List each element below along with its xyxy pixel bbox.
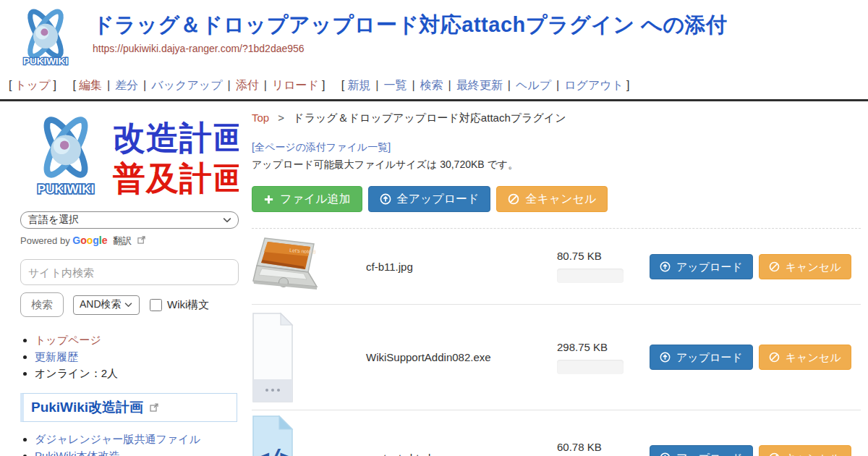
file-size: 80.75 KB: [557, 250, 634, 262]
search-button[interactable]: 検索: [20, 292, 64, 317]
list-item: PukiWiki本体改造: [35, 449, 239, 456]
sidebar-plugin-links: ダジャレンジャー版共通ファイル PukiWiki本体改造 PukiWikiテキス…: [20, 432, 239, 456]
top-navbar: [トップ] [編集|差分|バックアップ|添付|リロード] [新規|一覧|検索|最…: [0, 75, 868, 101]
file-row: Let's note B cf-b11.jpg 80.75 KB: [252, 228, 861, 304]
google-translate-attribution: Powered by Google 翻訳: [20, 235, 239, 248]
upload-circle-icon: [660, 452, 671, 456]
search-mode-select[interactable]: AND検索: [73, 295, 140, 315]
cancel-button[interactable]: キャンセル: [759, 254, 851, 279]
wiki-syntax-label: Wiki構文: [167, 298, 209, 312]
breadcrumb-home-link[interactable]: Top: [252, 111, 269, 124]
plus-icon: [263, 194, 274, 205]
site-search-input[interactable]: [20, 259, 239, 285]
ban-circle-icon: [769, 352, 780, 363]
sidebar: PUKIWIKI 改造計画 普及計画 言語を選択 Powered by Goog…: [0, 101, 239, 456]
nav-item-top[interactable]: トップ: [14, 79, 50, 91]
google-logo: Google: [72, 235, 107, 246]
external-link-icon: [150, 403, 158, 412]
file-name: WikiSupportAddin082.exe: [366, 351, 553, 363]
upload-progress-bar: [557, 269, 624, 283]
breadcrumb-separator: >: [278, 111, 284, 124]
separator: |: [556, 79, 559, 91]
upload-circle-icon: [660, 261, 671, 272]
bracket: ]: [322, 79, 325, 91]
breadcrumb: Top > ドラッグ＆ドロップアップロード対応attachプラグイン: [252, 111, 861, 125]
file-row: </> contents.html 60.78 KB アップロード: [252, 410, 861, 456]
nav-item-new[interactable]: 新規: [347, 79, 370, 91]
sidebar-item-common-files[interactable]: ダジャレンジャー版共通ファイル: [35, 433, 200, 445]
file-size: 298.75 KB: [557, 341, 634, 353]
ban-circle-icon: [508, 193, 519, 205]
sidebar-item-core-mods[interactable]: PukiWiki本体改造: [35, 449, 120, 456]
translate-link[interactable]: 翻訳: [113, 235, 132, 246]
list-item: 更新履歴: [35, 350, 239, 364]
nav-item-recent[interactable]: 最終更新: [456, 79, 503, 91]
nav-item-diff[interactable]: 差分: [115, 79, 138, 91]
upload-all-button[interactable]: 全アップロード: [368, 186, 491, 212]
file-row: WikiSupportAddin082.exe 298.75 KB アップロード…: [252, 304, 861, 410]
svg-text:</>: </>: [255, 444, 294, 456]
cancel-all-button[interactable]: 全キャンセル: [496, 186, 608, 212]
pukiwiki-attach-page: PUKIWIKI ドラッグ＆ドロップアップロード対応attachプラグイン への…: [0, 0, 868, 456]
sidebar-item-recent-changes[interactable]: 更新履歴: [35, 350, 78, 363]
separator: |: [508, 79, 511, 91]
separator: |: [264, 79, 267, 91]
pukiwiki-logo-icon[interactable]: PUKIWIKI: [13, 6, 78, 75]
bracket: [: [72, 79, 75, 91]
file-thumbnail-laptop: Let's note B: [252, 236, 366, 297]
bracket: ]: [626, 79, 629, 91]
upload-button[interactable]: アップロード: [650, 345, 753, 370]
cancel-button[interactable]: キャンセル: [759, 345, 851, 370]
separator: |: [107, 79, 110, 91]
add-files-button[interactable]: ファイル追加: [252, 186, 362, 212]
sidebar-site-logo[interactable]: PUKIWIKI 改造計画 普及計画: [20, 111, 239, 203]
language-select-value: 言語を選択: [28, 214, 79, 227]
page-header: PUKIWIKI ドラッグ＆ドロップアップロード対応attachプラグイン への…: [0, 0, 868, 75]
sidebar-logo-brand: PUKIWIKI: [38, 182, 94, 196]
online-count: オンライン：2人: [35, 367, 118, 379]
cancel-button[interactable]: キャンセル: [759, 445, 851, 456]
sidebar-logo-line2: 普及計画: [112, 160, 239, 197]
powered-by-text: Powered by: [20, 235, 70, 246]
sidebar-heading: PukiWiki改造計画: [20, 393, 237, 422]
nav-item-logout[interactable]: ログアウト: [564, 79, 624, 91]
nav-item-backup[interactable]: バックアップ: [151, 79, 222, 91]
page-url-link[interactable]: https://pukiwiki.dajya-ranger.com/?1bd2d…: [93, 43, 305, 54]
chevron-down-icon: [124, 303, 132, 308]
all-attachments-link[interactable]: [全ページの添付ファイル一覧]: [252, 141, 391, 154]
nav-item-reload[interactable]: リロード: [272, 79, 319, 91]
search-mode-value: AND検索: [80, 298, 122, 311]
ban-circle-icon: [769, 261, 780, 272]
separator: |: [143, 79, 146, 91]
upload-button[interactable]: アップロード: [650, 445, 753, 456]
bracket: [: [341, 79, 344, 91]
upload-button[interactable]: アップロード: [650, 254, 753, 279]
upload-progress-bar: [557, 360, 624, 374]
nav-item-list[interactable]: 一覧: [383, 79, 407, 91]
upload-circle-icon: [380, 193, 391, 205]
sidebar-item-toppage[interactable]: トップページ: [35, 334, 101, 346]
nav-item-help[interactable]: ヘルプ: [516, 79, 551, 91]
max-upload-size-text: アップロード可能最大ファイルサイズは 30,720KB です。: [252, 159, 861, 172]
wiki-syntax-checkbox[interactable]: [150, 299, 162, 311]
bracket: [: [9, 79, 12, 91]
ban-circle-icon: [769, 452, 780, 456]
nav-item-attach[interactable]: 添付: [236, 79, 259, 91]
upload-circle-icon: [660, 352, 671, 363]
external-link-icon: [137, 236, 145, 244]
nav-item-edit[interactable]: 編集: [79, 79, 102, 91]
sidebar-heading-link[interactable]: PukiWiki改造計画: [31, 400, 143, 415]
breadcrumb-current: ドラッグ＆ドロップアップロード対応attachプラグイン: [293, 111, 566, 124]
main-content: Top > ドラッグ＆ドロップアップロード対応attachプラグイン [全ページ…: [239, 101, 868, 456]
upload-toolbar: ファイル追加 全アップロード 全キャンセル: [252, 186, 861, 212]
bracket: ]: [54, 79, 56, 91]
language-select[interactable]: 言語を選択: [20, 211, 239, 229]
file-name: contents.html: [366, 452, 553, 456]
separator: |: [375, 79, 378, 91]
sidebar-quick-links: トップページ 更新履歴 オンライン：2人: [20, 333, 239, 380]
nav-item-search[interactable]: 検索: [420, 79, 443, 91]
file-name: cf-b11.jpg: [366, 261, 553, 273]
page-title: ドラッグ＆ドロップアップロード対応attachプラグイン への添付: [93, 13, 728, 37]
list-item: オンライン：2人: [35, 366, 239, 381]
file-icon-generic: [252, 312, 366, 403]
